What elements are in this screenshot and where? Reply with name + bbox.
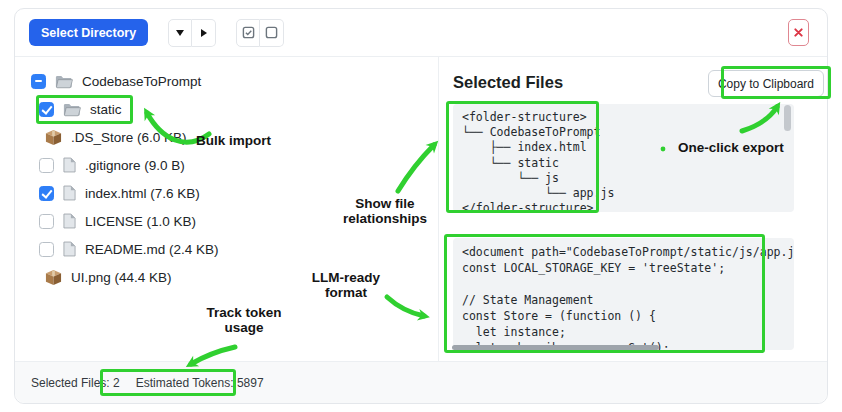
checkbox[interactable] bbox=[39, 158, 54, 173]
checkbox[interactable] bbox=[31, 74, 46, 89]
select-all-button[interactable] bbox=[236, 19, 260, 47]
file-icon bbox=[63, 157, 76, 173]
tree-item-ui-png[interactable]: UI.png (44.4 KB) bbox=[15, 263, 438, 291]
document-block: <document path="CodebaseToPrompt/static/… bbox=[453, 238, 794, 350]
selected-files-count: Selected Files: 2 bbox=[31, 376, 120, 390]
tree-item-label: CodebaseToPrompt bbox=[82, 74, 201, 89]
file-icon bbox=[63, 241, 76, 257]
status-bar: Selected Files: 2 Estimated Tokens: 5897 bbox=[15, 361, 827, 403]
package-icon bbox=[45, 129, 62, 146]
toolbar: Select Directory bbox=[15, 9, 827, 57]
tree-item-root[interactable]: CodebaseToPrompt bbox=[15, 67, 438, 95]
tree-item-label: .gitignore (9.0 B) bbox=[85, 158, 185, 173]
tree-item-label: .DS_Store (6.0 KB) bbox=[71, 130, 187, 145]
collapse-all-icon bbox=[176, 30, 184, 36]
tree-item-label: index.html (7.6 KB) bbox=[85, 186, 200, 201]
checkbox[interactable] bbox=[39, 242, 54, 257]
tree-item-label: LICENSE (1.0 KB) bbox=[85, 214, 196, 229]
package-icon bbox=[45, 269, 62, 286]
deselect-all-button[interactable] bbox=[260, 19, 284, 47]
preview-panel: Selected Files Copy to Clipboard <folder… bbox=[439, 57, 827, 361]
vertical-scrollbar[interactable] bbox=[784, 105, 791, 131]
copy-to-clipboard-button[interactable]: Copy to Clipboard bbox=[708, 70, 824, 97]
collapse-all-button[interactable] bbox=[168, 19, 192, 47]
folder-icon bbox=[55, 74, 73, 89]
expand-collapse-group bbox=[168, 19, 216, 47]
app-window: Select Directory bbox=[0, 0, 842, 412]
close-icon bbox=[794, 28, 803, 37]
horizontal-scrollbar[interactable] bbox=[452, 345, 659, 350]
select-directory-button[interactable]: Select Directory bbox=[29, 19, 148, 46]
folder-structure-block: <folder-structure> └── CodebaseToPrompt … bbox=[453, 104, 794, 212]
file-tree-panel: CodebaseToPrompt static .DS_Store ( bbox=[15, 57, 438, 361]
tree-item-label: UI.png (44.4 KB) bbox=[71, 270, 172, 285]
estimated-tokens: Estimated Tokens: 5897 bbox=[136, 376, 264, 390]
checkbox[interactable] bbox=[39, 186, 54, 201]
empty-box-icon bbox=[265, 26, 278, 39]
main-card: Select Directory bbox=[14, 8, 828, 404]
file-icon bbox=[63, 185, 76, 201]
checked-box-icon bbox=[242, 26, 255, 39]
expand-all-button[interactable] bbox=[192, 19, 216, 47]
main-area: CodebaseToPrompt static .DS_Store ( bbox=[15, 57, 827, 361]
tree-item-index-html[interactable]: index.html (7.6 KB) bbox=[15, 179, 438, 207]
tree-item-ds-store[interactable]: .DS_Store (6.0 KB) bbox=[15, 123, 438, 151]
tree-item-readme[interactable]: README.md (2.4 KB) bbox=[15, 235, 438, 263]
checkbox[interactable] bbox=[39, 214, 54, 229]
tree-item-label: README.md (2.4 KB) bbox=[85, 242, 219, 257]
tree-item-static[interactable]: static bbox=[15, 95, 438, 123]
close-button[interactable] bbox=[788, 19, 809, 46]
checkbox[interactable] bbox=[39, 102, 54, 117]
tree-item-label: static bbox=[90, 102, 122, 117]
folder-icon bbox=[63, 102, 81, 117]
tree-item-gitignore[interactable]: .gitignore (9.0 B) bbox=[15, 151, 438, 179]
preview-title: Selected Files bbox=[453, 73, 563, 92]
selection-group bbox=[236, 19, 284, 47]
file-icon bbox=[63, 213, 76, 229]
file-tree: CodebaseToPrompt static .DS_Store ( bbox=[15, 57, 438, 291]
tree-item-license[interactable]: LICENSE (1.0 KB) bbox=[15, 207, 438, 235]
expand-all-icon bbox=[201, 29, 207, 37]
